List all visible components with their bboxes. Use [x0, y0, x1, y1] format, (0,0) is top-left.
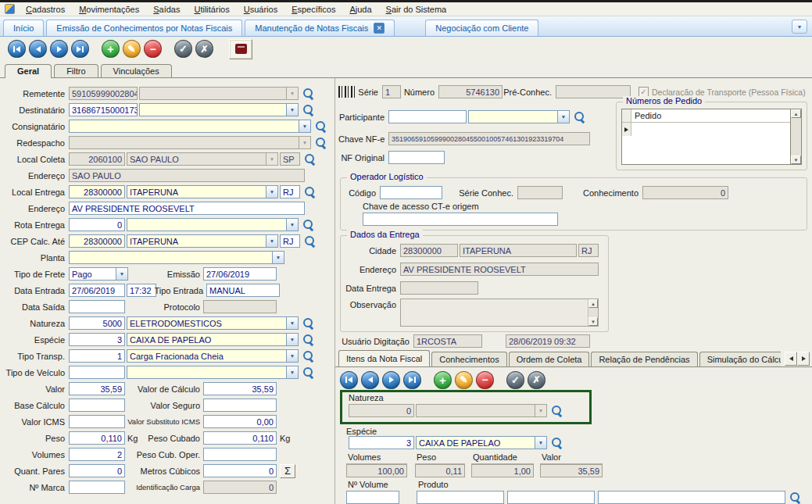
- local-entrega-code-field[interactable]: 28300000: [69, 185, 125, 198]
- search-icon[interactable]: [301, 349, 314, 363]
- tab-scroll-left-icon[interactable]: [785, 352, 797, 366]
- menu-usuarios[interactable]: Usuários: [238, 4, 284, 15]
- chevron-down-icon[interactable]: [286, 218, 299, 231]
- chevron-down-icon[interactable]: [116, 267, 128, 281]
- valor-icms-field[interactable]: [69, 415, 125, 428]
- tipo-veiculo-name-field[interactable]: [127, 366, 286, 379]
- item-nav-last-button[interactable]: [403, 371, 421, 389]
- tab-negociacao-cliente[interactable]: Negociação com Cliente: [425, 20, 538, 36]
- chevron-down-icon[interactable]: [272, 251, 284, 264]
- tab-ordem-coleta[interactable]: Ordem de Coleta: [509, 352, 590, 366]
- rota-entrega-combo[interactable]: [127, 218, 299, 231]
- endereco-entrega-field[interactable]: AV PRESIDENTE ROOSEVELT: [69, 202, 305, 215]
- tipo-entrada-field[interactable]: MANUAL: [206, 284, 280, 297]
- pedidos-grid-row[interactable]: [622, 123, 790, 136]
- chevron-down-icon[interactable]: [286, 366, 299, 379]
- natureza-combo[interactable]: ELETRODOMESTICOS: [127, 316, 299, 330]
- especie-combo[interactable]: CAIXA DE PAPELAO: [127, 333, 299, 346]
- search-icon[interactable]: [301, 316, 314, 330]
- chevron-down-icon[interactable]: [299, 120, 311, 133]
- serie-field[interactable]: 1: [382, 85, 401, 98]
- chevron-down-icon[interactable]: [266, 185, 278, 198]
- item-cancel-button[interactable]: [528, 371, 546, 389]
- item-produto-code-field[interactable]: [417, 491, 504, 504]
- numero-field[interactable]: 5746130: [438, 85, 503, 98]
- observacao-memo[interactable]: ▲▼: [400, 298, 599, 327]
- pedidos-grid-scrollbar[interactable]: ▲ ▼: [790, 109, 801, 164]
- valor-field[interactable]: 35,59: [69, 382, 125, 395]
- tipo-veiculo-combo[interactable]: [127, 366, 299, 379]
- search-icon[interactable]: [549, 436, 563, 449]
- tab-itens-nota-fiscal[interactable]: Itens da Nota Fiscal: [338, 350, 430, 366]
- especie-name-field[interactable]: CAIXA DE PAPELAO: [127, 333, 286, 346]
- local-entrega-uf-field[interactable]: RJ: [280, 185, 300, 198]
- item-delete-button[interactable]: [476, 371, 494, 389]
- tab-overflow-chevron-icon[interactable]: [792, 20, 807, 34]
- chevron-down-icon[interactable]: [557, 110, 570, 123]
- chevron-down-icon[interactable]: [535, 436, 547, 449]
- menu-movimentacoes[interactable]: Movimentações: [73, 4, 145, 15]
- chevron-down-icon[interactable]: [266, 234, 278, 248]
- menu-utilitarios[interactable]: Utilitários: [188, 4, 235, 15]
- item-confirm-button[interactable]: [506, 371, 524, 389]
- cep-calc-combo[interactable]: ITAPERUNA: [127, 234, 278, 248]
- peso-cubado-field[interactable]: 0,110: [203, 431, 277, 445]
- item-valor-field[interactable]: 35,59: [540, 464, 603, 477]
- tab-vinculacoes[interactable]: Vinculações: [101, 64, 172, 77]
- remetente-code-field[interactable]: 59105999002804: [69, 87, 138, 100]
- data-entrada-time-field[interactable]: 17:32: [127, 284, 156, 297]
- edit-record-button[interactable]: [123, 40, 141, 58]
- local-coleta-city-field[interactable]: SAO PAULO: [127, 152, 266, 166]
- peso-field[interactable]: 0,110: [69, 431, 125, 445]
- chevron-down-icon[interactable]: [286, 349, 299, 363]
- item-peso-field[interactable]: 0,11: [415, 464, 465, 477]
- close-icon[interactable]: [374, 23, 385, 34]
- cidade-cep-field[interactable]: 28300000: [400, 244, 458, 257]
- search-icon[interactable]: [301, 333, 314, 346]
- ident-carga-field[interactable]: 0: [203, 481, 277, 494]
- destinatario-code-field[interactable]: 31686715000173: [69, 103, 138, 116]
- planta-field[interactable]: [69, 251, 272, 264]
- menu-saidas[interactable]: Saídas: [147, 4, 186, 15]
- nf-original-field[interactable]: [388, 151, 445, 164]
- menu-cadastros[interactable]: Cadastros: [20, 4, 71, 15]
- chevron-down-icon[interactable]: [266, 152, 278, 166]
- search-icon[interactable]: [301, 366, 314, 379]
- scroll-down-icon[interactable]: ▼: [588, 317, 598, 326]
- item-natureza-combo[interactable]: [416, 404, 547, 417]
- emissao-field[interactable]: 27/06/2019: [203, 267, 277, 281]
- tipo-transp-name-field[interactable]: Carga Fracionada Cheia: [127, 349, 286, 363]
- tab-emissao-conhecimentos[interactable]: Emissão de Conhecimentos por Notas Fisca…: [46, 20, 242, 36]
- tab-scroll-right-icon[interactable]: [797, 352, 810, 366]
- usuario-field[interactable]: 1RCOSTA: [413, 334, 482, 348]
- cidade-uf-field[interactable]: RJ: [578, 244, 599, 257]
- tab-relacao-pendencias[interactable]: Relação de Pendências: [591, 352, 697, 366]
- item-especie-code-field[interactable]: 3: [349, 436, 414, 449]
- confirm-button[interactable]: [174, 40, 192, 58]
- item-especie-name-field[interactable]: CAIXA DE PAPELAO: [416, 436, 535, 449]
- search-icon[interactable]: [572, 110, 585, 123]
- pre-conhec-field[interactable]: [556, 85, 631, 98]
- item-n-volume-field[interactable]: [346, 491, 399, 504]
- search-icon[interactable]: [313, 120, 327, 133]
- cancel-button[interactable]: [195, 40, 213, 58]
- consignatario-field[interactable]: [69, 120, 299, 133]
- item-produto-ref-field[interactable]: [507, 491, 595, 504]
- tipo-veiculo-code-field[interactable]: [69, 366, 125, 379]
- planta-combo[interactable]: [69, 251, 284, 264]
- chave-nfe-field[interactable]: 3519065910599900280455001005746130192331…: [388, 132, 590, 145]
- add-record-button[interactable]: [102, 40, 120, 58]
- nav-last-button[interactable]: [71, 40, 89, 58]
- search-icon[interactable]: [301, 87, 314, 100]
- chevron-down-icon[interactable]: [535, 404, 547, 417]
- nav-prev-button[interactable]: [29, 40, 47, 58]
- print-danfe-button[interactable]: [229, 39, 252, 59]
- quant-pares-field[interactable]: 0: [69, 464, 125, 477]
- item-edit-button[interactable]: [455, 371, 473, 389]
- destinatario-combo[interactable]: [139, 103, 299, 116]
- cidade-nome-field[interactable]: ITAPERUNA: [460, 244, 577, 257]
- item-quantidade-field[interactable]: 1,00: [471, 464, 534, 477]
- natureza-name-field[interactable]: ELETRODOMESTICOS: [127, 316, 286, 330]
- chevron-down-icon[interactable]: [299, 136, 311, 149]
- nav-first-button[interactable]: [8, 40, 26, 58]
